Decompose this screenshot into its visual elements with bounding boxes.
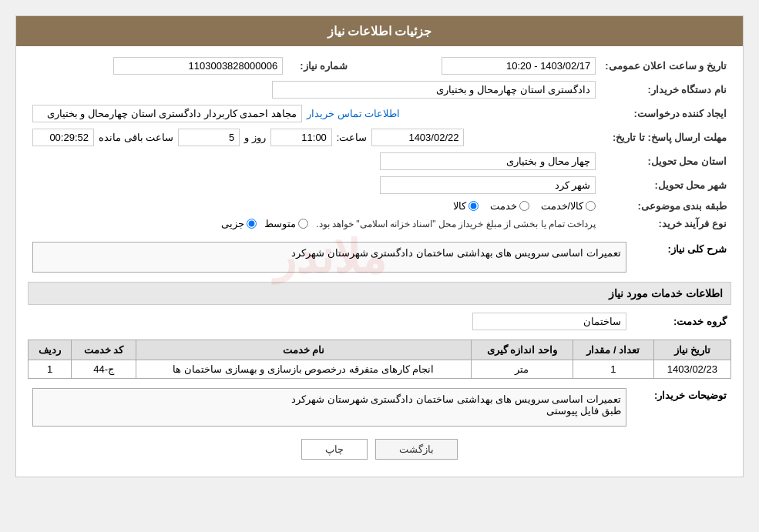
province-value: چهار محال و بختیاری bbox=[380, 152, 596, 170]
cell-unit: متر bbox=[471, 360, 573, 379]
deadline-time-label: ساعت: bbox=[337, 132, 368, 143]
announce-label: تاریخ و ساعت اعلان عمومی: bbox=[600, 54, 731, 78]
col-unit-header: واحد اندازه گیری bbox=[471, 340, 573, 360]
purchase-type-label: نوع فرآیند خرید: bbox=[600, 215, 731, 233]
buyer-notes-label: توضیحات خریدار: bbox=[654, 390, 727, 401]
need-number-value: 1103003828000006 bbox=[113, 57, 283, 75]
need-number-label: شماره نیاز: bbox=[292, 60, 348, 72]
category-service-option[interactable]: خدمت bbox=[490, 200, 529, 212]
col-name-header: نام خدمت bbox=[136, 340, 472, 360]
services-table: تاریخ نیاز تعداد / مقدار واحد اندازه گیر… bbox=[28, 340, 731, 379]
deadline-remaining: 00:29:52 bbox=[32, 129, 94, 146]
category-label: طبقه بندی موضوعی: bbox=[600, 197, 731, 215]
cell-date: 1403/02/23 bbox=[653, 360, 730, 379]
print-button[interactable]: چاپ bbox=[301, 439, 368, 460]
deadline-remaining-label: ساعت باقی مانده bbox=[99, 132, 173, 143]
category-service-label: خدمت bbox=[490, 200, 517, 212]
page-title: جزئیات اطلاعات نیاز bbox=[327, 25, 432, 38]
back-button[interactable]: بازگشت bbox=[375, 439, 458, 460]
creator-label: ایجاد کننده درخواست: bbox=[600, 102, 731, 125]
service-group-label: گروه خدمت: bbox=[673, 316, 727, 327]
col-qty-header: تعداد / مقدار bbox=[573, 340, 653, 360]
category-goods-option[interactable]: کالا bbox=[453, 200, 479, 212]
cell-qty: 1 bbox=[573, 360, 653, 379]
col-code-header: کد خدمت bbox=[72, 340, 136, 360]
contact-link[interactable]: اطلاعات تماس خریدار bbox=[307, 108, 400, 119]
page-header: جزئیات اطلاعات نیاز bbox=[16, 16, 743, 46]
cell-name: انجام کارهای متفرقه درخصوص بازسازی و بهس… bbox=[136, 360, 472, 379]
creator-value: مجاهد احمدی کاربردار دادگستری استان چهار… bbox=[32, 105, 302, 122]
deadline-label: مهلت ارسال پاسخ: تا تاریخ: bbox=[600, 125, 731, 149]
table-row: 1403/02/23 1 متر انجام کارهای متفرقه درخ… bbox=[29, 360, 731, 379]
buyer-notes-value: تعمیرات اساسی سرویس های بهداشتی ساختمان … bbox=[291, 393, 621, 417]
deadline-days-label: روز و bbox=[244, 132, 266, 143]
purchase-medium-option[interactable]: متوسط bbox=[264, 218, 308, 229]
buyer-org-value: دادگستری استان چهارمحال و بختیاری bbox=[272, 81, 596, 99]
need-desc-value: تعمیرات اساسی سرویس های بهداشتی ساختمان … bbox=[291, 247, 621, 259]
purchase-partial-label: جزیی bbox=[221, 218, 244, 229]
city-value: شهر کرد bbox=[380, 176, 596, 194]
cell-code: ج-44 bbox=[72, 360, 136, 379]
announce-value: 1403/02/17 - 10:20 bbox=[442, 57, 596, 75]
buttons-row: بازگشت چاپ bbox=[28, 439, 731, 460]
deadline-date: 1403/02/22 bbox=[371, 129, 464, 146]
deadline-days: 5 bbox=[178, 129, 240, 146]
province-label: استان محل تحویل: bbox=[600, 149, 731, 173]
category-goods-service-option[interactable]: کالا/خدمت bbox=[541, 200, 596, 212]
services-section-title: اطلاعات خدمات مورد نیاز bbox=[28, 282, 731, 305]
purchase-medium-label: متوسط bbox=[264, 218, 296, 229]
need-desc-label: شرح کلی نیاز: bbox=[667, 243, 727, 255]
col-row-header: ردیف bbox=[29, 340, 72, 360]
purchase-partial-option[interactable]: جزیی bbox=[221, 218, 257, 229]
category-goods-service-label: کالا/خدمت bbox=[541, 200, 584, 212]
cell-row: 1 bbox=[29, 360, 72, 379]
deadline-time: 11:00 bbox=[270, 129, 332, 146]
need-desc-area: ملاندر تعمیرات اساسی سرویس های بهداشتی س… bbox=[32, 242, 626, 273]
purchase-note: پرداخت تمام یا بخشی از مبلغ خریداز محل "… bbox=[316, 219, 596, 229]
buyer-org-label: نام دستگاه خریدار: bbox=[600, 78, 731, 102]
service-group-value: ساختمان bbox=[472, 313, 626, 330]
col-date-header: تاریخ نیاز bbox=[653, 340, 730, 360]
city-label: شهر محل تحویل: bbox=[600, 173, 731, 197]
category-goods-label: کالا bbox=[453, 200, 466, 212]
buyer-notes-area: تعمیرات اساسی سرویس های بهداشتی ساختمان … bbox=[32, 388, 626, 427]
